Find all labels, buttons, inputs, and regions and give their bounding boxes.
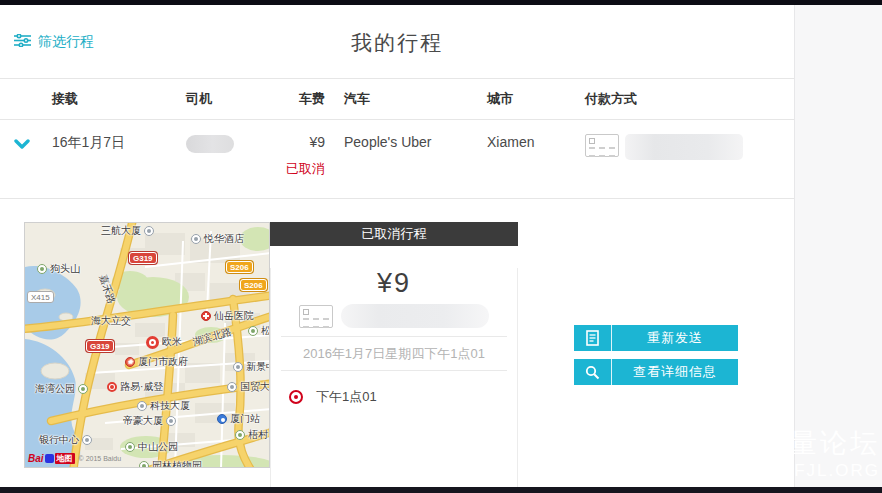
- trip-date: 16年1月7日: [52, 134, 186, 198]
- trip-detail-body: ¥9 2016年1月7日星期四下午1点01 下午1点01: [270, 268, 518, 490]
- pickup-time-label: 下午1点01: [316, 388, 377, 406]
- map-road-badges-layer: G319 S206 S206 X415 G319: [25, 223, 269, 467]
- trips-table-header: 接载 司机 车费 汽车 城市 付款方式: [0, 78, 794, 120]
- search-icon: [574, 359, 612, 385]
- road-number-badge: S206: [240, 279, 267, 291]
- payment-card-icon: [299, 305, 333, 328]
- chevron-down-icon[interactable]: [14, 137, 52, 153]
- map-copyright: © 2015 Baidu: [79, 455, 122, 462]
- car-type: People's Uber: [325, 134, 487, 198]
- col-header-driver: 司机: [186, 90, 280, 108]
- expand-cell: [0, 134, 52, 198]
- payment-redacted: [625, 134, 743, 160]
- trip-datetime: 2016年1月7日星期四下午1点01: [271, 337, 517, 370]
- baidu-map-badge: 地图: [55, 453, 75, 464]
- trip-city: Xiamen: [487, 134, 585, 198]
- pickup-point-icon: [289, 390, 303, 404]
- driver-cell: [186, 134, 280, 198]
- fare-amount: ¥9: [280, 134, 325, 150]
- road-number-badge: G319: [86, 340, 114, 352]
- pickup-timeline-item: 下午1点01: [289, 388, 517, 406]
- col-header-car: 汽车: [325, 90, 487, 108]
- col-header-payment: 付款方式: [585, 90, 794, 108]
- baidu-paw-icon: [45, 454, 54, 463]
- bottom-bar: [0, 487, 882, 493]
- trips-page: 筛选行程 我的行程 接载 司机 车费 汽车 城市 付款方式 16年1月7日: [0, 5, 882, 487]
- map-image: 三航大厦 悦华酒店 狗头山: [24, 222, 270, 468]
- filter-trips-link[interactable]: 筛选行程: [14, 33, 94, 51]
- receipt-icon: [574, 325, 612, 351]
- baidu-logo-text: Bai: [28, 453, 44, 464]
- trip-actions: 重新发送 查看详细信息: [574, 325, 738, 393]
- payment-cell: [585, 134, 794, 198]
- road-number-badge: X415: [27, 291, 54, 303]
- filter-trips-label: 筛选行程: [38, 33, 94, 51]
- payment-card-icon: [585, 134, 619, 157]
- detail-payment-redacted: [341, 304, 489, 328]
- col-header-city: 城市: [487, 90, 585, 108]
- fare-status-cancelled: 已取消: [280, 160, 325, 178]
- filter-sliders-icon: [14, 34, 31, 50]
- view-details-label: 查看详细信息: [612, 359, 738, 385]
- fare-cell: ¥9 已取消: [280, 134, 325, 198]
- driver-redacted: [186, 135, 234, 153]
- divider: [281, 370, 507, 371]
- resend-receipt-button[interactable]: 重新发送: [574, 325, 738, 351]
- trip-detail-card: 已取消行程 ¥9 2016年1月7日星期四下午1点01 下午1点01: [270, 222, 518, 468]
- main-content: 筛选行程 我的行程 接载 司机 车费 汽车 城市 付款方式 16年1月7日: [0, 5, 794, 487]
- view-details-button[interactable]: 查看详细信息: [574, 359, 738, 385]
- resend-label: 重新发送: [612, 325, 738, 351]
- trip-status-header: 已取消行程: [270, 222, 518, 246]
- road-number-badge: S206: [226, 261, 253, 273]
- page-header: 筛选行程 我的行程: [0, 5, 794, 78]
- map-attribution-bar: Bai 地图 © 2015 Baidu: [28, 453, 121, 464]
- baidu-logo: Bai 地图: [28, 453, 75, 464]
- col-header-pickup: 接载: [52, 90, 186, 108]
- col-header-fare: 车费: [280, 90, 325, 108]
- right-margin: [794, 5, 882, 487]
- page-title: 我的行程: [0, 5, 794, 81]
- detail-fare-amount: ¥9: [271, 268, 517, 300]
- trip-detail-panel: 三航大厦 悦华酒店 狗头山: [0, 199, 794, 482]
- detail-payment-row: [271, 304, 517, 328]
- road-number-badge: G319: [129, 252, 157, 264]
- trip-row[interactable]: 16年1月7日 ¥9 已取消 People's Uber Xiamen: [0, 120, 794, 199]
